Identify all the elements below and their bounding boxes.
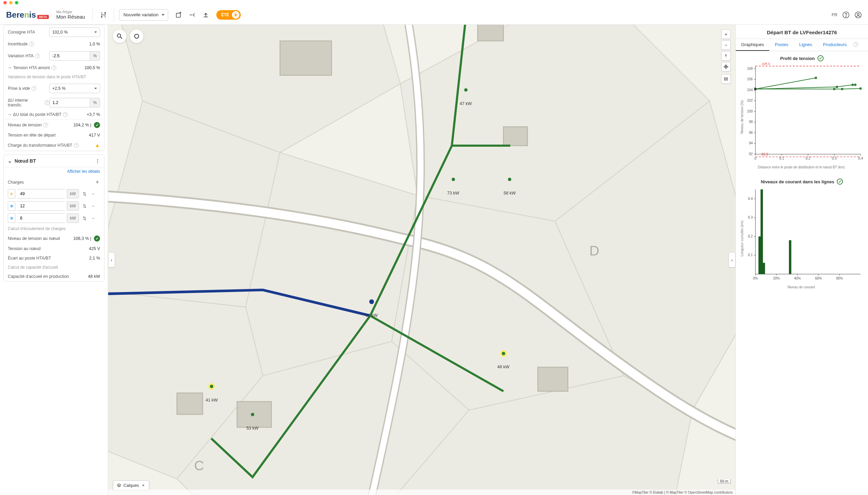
add-map-icon[interactable] xyxy=(173,9,184,21)
remove-charge-button[interactable]: − xyxy=(90,190,97,197)
svg-rect-19 xyxy=(280,41,332,75)
window-controls xyxy=(0,0,868,5)
warning-icon: ▲ xyxy=(95,142,100,149)
zoom-out-button[interactable]: − xyxy=(721,40,731,50)
svg-text:96: 96 xyxy=(749,131,753,135)
charge-value-input[interactable] xyxy=(17,189,65,199)
node-label: 48 kW xyxy=(497,364,509,369)
help-icon[interactable]: ? xyxy=(35,53,40,58)
network-tree-icon[interactable] xyxy=(98,9,109,21)
maximize-window[interactable] xyxy=(15,1,18,4)
svg-text:0.4: 0.4 xyxy=(858,156,863,160)
consigne-hta-select[interactable]: 102,0 % xyxy=(49,28,100,37)
network-node[interactable] xyxy=(505,175,514,185)
remove-charge-button[interactable]: − xyxy=(90,215,97,222)
adjust-icon[interactable]: ⇅ xyxy=(81,203,88,209)
variation-select[interactable]: Nouvelle variation xyxy=(119,9,168,21)
svg-text:0: 0 xyxy=(754,156,756,160)
svg-rect-42 xyxy=(724,79,728,80)
merge-icon[interactable] xyxy=(186,9,198,21)
help-icon[interactable]: ? xyxy=(45,100,50,105)
help-icon[interactable]: ? xyxy=(44,123,48,127)
topbar: Berenis BETA Ma Régie Mon Réseau Nouvell… xyxy=(0,5,868,25)
help-icon[interactable]: ? xyxy=(853,42,858,47)
svg-rect-111 xyxy=(763,263,765,274)
du-interne-input[interactable]: % xyxy=(50,98,100,107)
compass-button[interactable] xyxy=(721,51,731,61)
collapse-left-button[interactable]: ‹ xyxy=(108,252,115,267)
chart1-title: Profil de tension xyxy=(736,51,868,63)
variation-hta-input[interactable]: % xyxy=(49,51,100,61)
zoom-in-button[interactable]: + xyxy=(721,30,731,39)
help-icon[interactable]: ? xyxy=(29,42,34,47)
map-search-button[interactable] xyxy=(113,30,127,43)
detail-tabs: GraphiquesPostesLignesProducteurs? xyxy=(736,39,868,51)
svg-text:0.2: 0.2 xyxy=(748,235,753,238)
svg-point-30 xyxy=(508,178,511,181)
map-layers-control[interactable]: Calques＋ xyxy=(113,480,149,490)
noeud-bt-header[interactable]: ⌄ Nœud BT ⋮ xyxy=(4,155,104,167)
network-node[interactable] xyxy=(207,382,216,391)
help-icon[interactable] xyxy=(842,11,850,19)
charge-row: ❄ kW ⇅ − xyxy=(4,212,104,224)
app-logo: Berenis BETA xyxy=(6,10,49,20)
remove-charge-button[interactable]: − xyxy=(90,203,97,209)
help-icon[interactable]: ? xyxy=(32,86,36,91)
user-icon[interactable] xyxy=(854,11,862,19)
svg-text:102: 102 xyxy=(747,99,753,102)
network-node[interactable] xyxy=(499,349,507,358)
help-icon[interactable]: ? xyxy=(74,143,79,148)
svg-text:98: 98 xyxy=(749,120,753,124)
season-toggle[interactable]: ÉTÉ xyxy=(216,10,240,20)
network-node[interactable] xyxy=(249,411,257,420)
status-ok-badge xyxy=(94,122,100,128)
upload-icon[interactable] xyxy=(200,9,212,21)
left-panel: Consigne HTA102,0 % Incertitude ?1,0 % V… xyxy=(0,25,108,495)
sun-icon xyxy=(232,11,239,19)
network-selector[interactable]: Ma Régie Mon Réseau xyxy=(56,10,85,20)
minimize-window[interactable] xyxy=(9,1,13,4)
tab-producteurs[interactable]: Producteurs xyxy=(817,39,852,51)
charge-value-input[interactable] xyxy=(17,201,65,211)
svg-line-11 xyxy=(237,16,237,17)
collapse-right-button[interactable]: › xyxy=(729,252,735,267)
detail-title: Départ BT de LVFeeder14276 xyxy=(736,25,868,39)
prise-vide-select[interactable]: +2,5 % xyxy=(49,84,100,93)
unit-label: kW xyxy=(67,189,79,199)
svg-point-86 xyxy=(854,84,856,86)
help-icon[interactable]: ? xyxy=(63,112,68,117)
svg-text:60%: 60% xyxy=(815,276,822,280)
svg-line-10 xyxy=(234,13,235,14)
adjust-icon[interactable]: ⇅ xyxy=(81,190,88,197)
map-locate-button[interactable] xyxy=(130,30,144,43)
svg-point-33 xyxy=(502,352,505,355)
layers-button[interactable] xyxy=(721,74,731,84)
close-window[interactable] xyxy=(3,1,7,4)
tab-graphiques[interactable]: Graphiques xyxy=(736,39,769,51)
map-canvas[interactable]: D C ZH 47 kW73 kW58 kW91 kW48 kW41 kW53 … xyxy=(108,25,736,495)
svg-point-0 xyxy=(101,12,102,14)
charge-value-input[interactable] xyxy=(17,214,65,223)
tab-lignes[interactable]: Lignes xyxy=(794,39,817,51)
network-node[interactable] xyxy=(462,86,470,95)
svg-text:92: 92 xyxy=(749,152,753,156)
network-node[interactable] xyxy=(368,297,376,307)
language-select[interactable]: FR xyxy=(832,12,837,17)
help-icon[interactable]: ? xyxy=(52,65,56,70)
kebab-menu-icon[interactable]: ⋮ xyxy=(95,158,100,164)
adjust-icon[interactable]: ⇅ xyxy=(81,215,88,222)
svg-text:0.3: 0.3 xyxy=(832,156,837,160)
tab-postes[interactable]: Postes xyxy=(769,39,794,51)
show-details-link[interactable]: Afficher les détails xyxy=(67,169,100,174)
svg-point-38 xyxy=(135,34,139,38)
map-attribution: ©MapTiler © Etalab | © MapTiler © OpenSt… xyxy=(108,490,735,495)
add-charge-button[interactable]: ＋ xyxy=(95,178,100,186)
geolocate-button[interactable] xyxy=(721,62,731,71)
svg-text:108: 108 xyxy=(747,67,753,70)
voltage-profile-chart: 108.591.59294969810010210410610800.10.20… xyxy=(738,63,864,171)
svg-rect-22 xyxy=(538,367,568,391)
svg-rect-110 xyxy=(761,189,763,274)
svg-point-28 xyxy=(464,88,468,92)
network-node[interactable] xyxy=(449,175,457,185)
status-ok-icon xyxy=(837,178,843,185)
